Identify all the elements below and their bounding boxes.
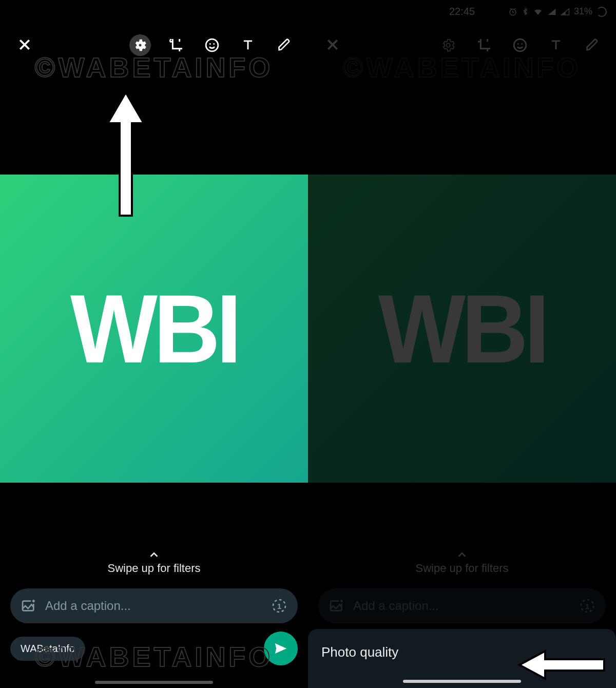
close-icon (325, 37, 340, 52)
text-button[interactable] (237, 34, 259, 56)
svg-point-0 (138, 43, 142, 47)
text-button[interactable] (545, 34, 567, 56)
caption-input-row: Add a caption... 1 (10, 588, 298, 623)
media-editor-screen-sheet-open: 22:45 31% ©WABETAINFO (308, 0, 616, 688)
crop-rotate-icon (168, 37, 184, 53)
crop-rotate-button[interactable] (473, 34, 495, 56)
bluetooth-icon (522, 7, 529, 16)
gallery-add-icon[interactable] (329, 598, 345, 614)
view-once-icon[interactable]: 1 (271, 598, 287, 614)
alarm-icon (508, 7, 517, 16)
editor-toolbar (308, 23, 616, 108)
status-time: 22:45 (449, 6, 475, 17)
status-icons: 31% (508, 0, 607, 23)
text-icon (241, 38, 255, 52)
gear-icon (440, 37, 456, 53)
draw-button[interactable] (273, 34, 295, 56)
pencil-icon (585, 38, 599, 52)
close-button[interactable] (322, 34, 343, 55)
media-preview[interactable]: WBI (308, 175, 616, 483)
emoji-button[interactable] (201, 34, 223, 56)
crop-rotate-button[interactable] (165, 34, 187, 56)
svg-point-3 (213, 43, 215, 45)
media-editor-screen: ©WABETAINFO (0, 0, 308, 688)
caption-input[interactable]: Add a caption... (45, 599, 263, 613)
caption-input[interactable]: Add a caption... (353, 599, 571, 613)
status-bar: 22:45 31% (308, 0, 616, 23)
emoji-icon (204, 37, 220, 53)
gear-icon (132, 37, 148, 53)
recipient-chip[interactable]: WABetaInfo (10, 637, 85, 661)
swipe-hint-label: Swipe up for filters (416, 562, 509, 575)
close-icon (17, 37, 32, 52)
draw-button[interactable] (581, 34, 603, 56)
loading-spinner-icon (596, 7, 607, 17)
editor-toolbar (0, 23, 308, 108)
svg-point-11 (517, 43, 519, 45)
wifi-icon (533, 7, 543, 16)
svg-point-12 (521, 43, 523, 45)
caption-input-row: Add a caption... 1 (318, 588, 606, 623)
image-logo-text: WBI (70, 273, 238, 384)
emoji-icon (512, 37, 528, 53)
signal-icon-1 (547, 7, 556, 16)
crop-rotate-icon (476, 37, 492, 53)
media-preview[interactable]: WBI (0, 175, 308, 483)
view-once-icon[interactable]: 1 (579, 598, 595, 614)
swipe-up-filters[interactable]: Swipe up for filters (308, 549, 616, 588)
image-logo-text: WBI (378, 273, 546, 384)
chevron-up-icon (455, 549, 469, 561)
text-icon (549, 38, 563, 52)
chevron-up-icon (147, 549, 161, 561)
svg-text:1: 1 (585, 602, 589, 610)
send-button[interactable] (264, 632, 298, 665)
svg-text:1: 1 (277, 602, 281, 610)
svg-point-1 (206, 39, 218, 51)
send-icon (273, 641, 288, 656)
swipe-hint-label: Swipe up for filters (108, 562, 201, 575)
svg-point-9 (446, 43, 450, 47)
settings-button[interactable] (437, 34, 459, 56)
annotation-arrow-up (100, 87, 151, 221)
annotation-arrow-left (514, 647, 607, 683)
gallery-add-icon[interactable] (21, 598, 37, 614)
emoji-button[interactable] (509, 34, 531, 56)
swipe-up-filters[interactable]: Swipe up for filters (0, 549, 308, 588)
svg-point-10 (514, 39, 526, 51)
battery-percent: 31% (574, 6, 592, 17)
signal-icon-2 (561, 7, 570, 16)
pencil-icon (277, 38, 291, 52)
gesture-bar (0, 681, 308, 688)
settings-button[interactable] (129, 34, 151, 56)
svg-point-2 (209, 43, 211, 45)
close-button[interactable] (14, 34, 35, 55)
